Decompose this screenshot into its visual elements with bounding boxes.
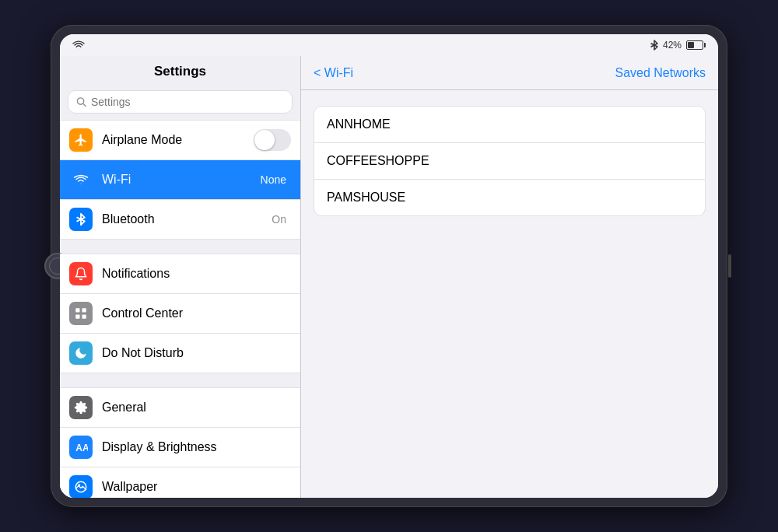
settings-row-do-not-disturb[interactable]: Do Not Disturb xyxy=(60,334,300,373)
wallpaper-icon xyxy=(74,480,88,494)
control-center-icon xyxy=(74,306,88,320)
svg-rect-3 xyxy=(82,308,86,312)
settings-row-notifications[interactable]: Notifications xyxy=(60,254,300,294)
battery-icon xyxy=(686,40,706,50)
wifi-network-coffeeshoppe[interactable]: COFFEESHOPPE xyxy=(314,143,706,180)
battery-tip xyxy=(704,43,706,47)
wifi-network-ssid-1: COFFEESHOPPE xyxy=(327,154,429,167)
tablet-screen: 42% Settings xyxy=(60,34,718,498)
wifi-network-ssid-2: PAMSHOUSE xyxy=(327,191,405,204)
settings-row-wallpaper[interactable]: Wallpaper xyxy=(60,467,300,498)
wifi-icon-bg xyxy=(69,168,93,191)
general-icon-bg xyxy=(69,396,93,419)
wifi-value: None xyxy=(261,173,286,186)
wifi-icon xyxy=(74,174,88,185)
settings-row-control-center[interactable]: Control Center xyxy=(60,294,300,334)
svg-rect-2 xyxy=(75,308,79,312)
control-center-icon-bg xyxy=(69,302,93,325)
wifi-header: < Wi-Fi Saved Networks xyxy=(301,56,718,90)
do-not-disturb-label: Do Not Disturb xyxy=(102,346,291,360)
settings-panel-title: Settings xyxy=(60,56,300,86)
settings-list: Airplane Mode xyxy=(60,120,300,498)
battery-percent: 42% xyxy=(663,40,682,51)
saved-networks-button[interactable]: Saved Networks xyxy=(615,66,706,80)
status-bar: 42% xyxy=(60,34,718,56)
bluetooth-value: On xyxy=(272,213,286,226)
wallpaper-icon-bg xyxy=(69,475,93,498)
search-bar-wrap xyxy=(60,86,300,120)
wallpaper-label: Wallpaper xyxy=(102,480,291,494)
svg-rect-4 xyxy=(75,315,79,319)
settings-group-3: General AA Display & Brightness xyxy=(60,387,300,498)
notifications-label: Notifications xyxy=(102,267,291,281)
display-icon: AA xyxy=(74,440,88,454)
airplane-mode-toggle-knob xyxy=(254,130,275,150)
wifi-network-annhome[interactable]: ANNHOME xyxy=(314,106,706,143)
wifi-network-ssid-0: ANNHOME xyxy=(327,117,391,131)
settings-row-display[interactable]: AA Display & Brightness xyxy=(60,428,300,467)
wifi-back-label: < Wi-Fi xyxy=(314,66,353,80)
general-label: General xyxy=(102,401,291,415)
settings-panel: Settings xyxy=(60,56,301,498)
status-left xyxy=(72,40,85,50)
saved-networks-label: Saved Networks xyxy=(615,66,706,79)
settings-group-1: Airplane Mode xyxy=(60,120,300,240)
control-center-label: Control Center xyxy=(102,306,291,320)
wifi-signal-icon xyxy=(72,40,85,50)
settings-row-general[interactable]: General xyxy=(60,387,300,428)
airplane-icon xyxy=(74,133,88,147)
status-right: 42% xyxy=(650,40,706,51)
airplane-mode-label: Airplane Mode xyxy=(102,133,254,147)
airplane-mode-toggle[interactable] xyxy=(254,129,291,151)
bluetooth-status-icon xyxy=(650,40,658,51)
bluetooth-label: Bluetooth xyxy=(102,212,272,226)
tablet-shell: 42% Settings xyxy=(51,25,727,507)
wifi-networks-list: ANNHOME COFFEESHOPPE PAMSHOUSE xyxy=(301,90,718,232)
settings-group-2: Notifications xyxy=(60,254,300,373)
battery-fill xyxy=(688,42,694,48)
wifi-back-button[interactable]: < Wi-Fi xyxy=(314,66,353,80)
search-icon xyxy=(76,96,86,107)
svg-text:AA: AA xyxy=(75,443,88,453)
svg-rect-5 xyxy=(82,315,86,319)
search-input[interactable] xyxy=(91,96,284,108)
moon-icon xyxy=(74,346,88,360)
bluetooth-icon-bg xyxy=(69,208,93,231)
wifi-network-pamshouse[interactable]: PAMSHOUSE xyxy=(314,180,706,216)
do-not-disturb-icon-bg xyxy=(69,341,93,365)
gear-icon xyxy=(74,401,88,415)
settings-row-airplane-mode[interactable]: Airplane Mode xyxy=(60,120,300,160)
notifications-icon xyxy=(74,267,88,281)
search-bar[interactable] xyxy=(68,90,293,114)
bluetooth-icon xyxy=(76,212,86,226)
airplane-mode-icon-bg xyxy=(69,128,93,152)
wifi-panel: < Wi-Fi Saved Networks ANNHOME COFFEESHO… xyxy=(301,56,718,498)
display-icon-bg: AA xyxy=(69,436,93,459)
settings-row-bluetooth[interactable]: Bluetooth On xyxy=(60,200,300,240)
content-area: Settings xyxy=(60,56,718,498)
notifications-icon-bg xyxy=(69,262,93,285)
display-label: Display & Brightness xyxy=(102,440,291,454)
settings-row-wifi[interactable]: Wi-Fi None xyxy=(60,160,300,200)
battery-body xyxy=(686,40,703,50)
svg-line-1 xyxy=(83,103,86,106)
wifi-label: Wi-Fi xyxy=(102,173,261,187)
side-button[interactable] xyxy=(728,254,731,278)
